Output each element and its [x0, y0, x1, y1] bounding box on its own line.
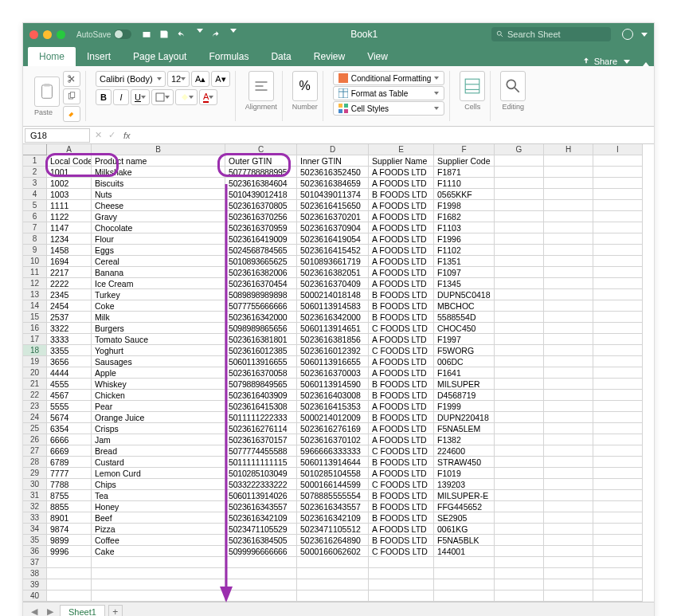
- cell[interactable]: [225, 557, 297, 568]
- cell[interactable]: [544, 423, 593, 434]
- cell[interactable]: [544, 300, 593, 312]
- cell[interactable]: Product name: [92, 155, 225, 167]
- cell[interactable]: [593, 233, 643, 245]
- cell[interactable]: [544, 289, 593, 300]
- cell[interactable]: [593, 289, 643, 300]
- cell[interactable]: 5023616342109: [225, 512, 297, 524]
- cell[interactable]: [593, 579, 643, 590]
- cell[interactable]: 4555: [47, 379, 92, 390]
- cell[interactable]: [495, 434, 544, 445]
- cell[interactable]: [495, 479, 544, 490]
- cell[interactable]: [225, 568, 297, 579]
- row-header[interactable]: 5: [23, 200, 47, 211]
- cell[interactable]: 5023616342109: [297, 512, 369, 524]
- cell[interactable]: 3656: [47, 356, 92, 367]
- paste-button[interactable]: [34, 77, 60, 107]
- cell[interactable]: [544, 512, 593, 524]
- cell[interactable]: 5010439012418: [225, 189, 297, 200]
- cell[interactable]: [544, 546, 593, 557]
- row-header[interactable]: 2: [23, 167, 47, 178]
- cell[interactable]: 5023616276169: [297, 423, 369, 434]
- cell[interactable]: [593, 568, 643, 579]
- cell[interactable]: 5098989865656: [225, 323, 297, 334]
- cell[interactable]: [593, 300, 643, 312]
- minimize-window-button[interactable]: [43, 30, 52, 39]
- cell[interactable]: [495, 579, 544, 590]
- row-header[interactable]: 27: [23, 445, 47, 457]
- cell[interactable]: A FOODS LTD: [369, 434, 434, 445]
- cell[interactable]: 9874: [47, 524, 92, 535]
- font-name-select[interactable]: Calibri (Body): [96, 71, 166, 87]
- cell[interactable]: Burgers: [92, 323, 225, 334]
- cell[interactable]: [434, 557, 495, 568]
- cell[interactable]: 5077755666666: [225, 300, 297, 312]
- row-header[interactable]: 37: [23, 557, 47, 568]
- cell[interactable]: [544, 267, 593, 278]
- cell[interactable]: [495, 512, 544, 524]
- cell[interactable]: 5023616382006: [225, 267, 297, 278]
- cell[interactable]: F1019: [434, 468, 495, 479]
- cell[interactable]: [47, 557, 92, 568]
- row-header[interactable]: 26: [23, 434, 47, 445]
- cell[interactable]: A FOODS LTD: [369, 211, 434, 222]
- cell[interactable]: 5023616370454: [225, 278, 297, 289]
- cell[interactable]: A FOODS LTD: [369, 233, 434, 245]
- cell[interactable]: [544, 200, 593, 211]
- cell[interactable]: MILSUPER: [434, 379, 495, 390]
- cell[interactable]: A FOODS LTD: [369, 524, 434, 535]
- cell[interactable]: [495, 445, 544, 457]
- cell[interactable]: 5023616384659: [297, 178, 369, 189]
- cell[interactable]: [92, 579, 225, 590]
- cell[interactable]: F1871: [434, 167, 495, 178]
- cell[interactable]: 5023616381856: [297, 334, 369, 345]
- cell[interactable]: 5023616342000: [225, 312, 297, 323]
- cell[interactable]: [593, 345, 643, 356]
- accept-formula-icon[interactable]: ✓: [105, 130, 119, 140]
- cell[interactable]: Lemon Curd: [92, 468, 225, 479]
- cell[interactable]: 5023616343557: [225, 501, 297, 512]
- cell[interactable]: C FOODS LTD: [369, 323, 434, 334]
- cell[interactable]: Pizza: [92, 524, 225, 535]
- cell[interactable]: FFG445652: [434, 501, 495, 512]
- cell[interactable]: 2537: [47, 312, 92, 323]
- cell[interactable]: [593, 546, 643, 557]
- cell[interactable]: 5023616370157: [225, 434, 297, 445]
- sheet-tab[interactable]: Sheet1: [60, 605, 105, 616]
- cell[interactable]: [495, 345, 544, 356]
- cell[interactable]: B FOODS LTD: [369, 501, 434, 512]
- cell[interactable]: 5010893661719: [297, 256, 369, 267]
- cell[interactable]: [593, 401, 643, 412]
- cell[interactable]: [544, 557, 593, 568]
- cell[interactable]: Yoghurt: [92, 345, 225, 356]
- cell[interactable]: 1694: [47, 256, 92, 267]
- cell[interactable]: A FOODS LTD: [369, 423, 434, 434]
- cell[interactable]: Beef: [92, 512, 225, 524]
- cell[interactable]: [495, 401, 544, 412]
- cell[interactable]: 5023616419009: [225, 233, 297, 245]
- fill-color-button[interactable]: [175, 89, 198, 105]
- cell[interactable]: Tea: [92, 490, 225, 501]
- cell[interactable]: Crisps: [92, 423, 225, 434]
- cell[interactable]: [225, 590, 297, 602]
- cell[interactable]: Custard: [92, 457, 225, 468]
- decrease-font-button[interactable]: A▾: [211, 71, 229, 87]
- cell[interactable]: Milk: [92, 312, 225, 323]
- cell[interactable]: Outer GTIN: [225, 155, 297, 167]
- tab-formulas[interactable]: Formulas: [198, 47, 260, 66]
- cell[interactable]: F1997: [434, 334, 495, 345]
- cell[interactable]: [495, 546, 544, 557]
- cell[interactable]: C FOODS LTD: [369, 546, 434, 557]
- cells-button[interactable]: [460, 71, 485, 101]
- cell[interactable]: [434, 579, 495, 590]
- cell[interactable]: 1003: [47, 189, 92, 200]
- row-header[interactable]: 8: [23, 233, 47, 245]
- cell[interactable]: [495, 189, 544, 200]
- cell[interactable]: 5023616264890: [297, 535, 369, 546]
- cell[interactable]: [593, 356, 643, 367]
- cell[interactable]: 5966666333333: [297, 445, 369, 457]
- cell[interactable]: [593, 445, 643, 457]
- cell[interactable]: 2345: [47, 289, 92, 300]
- cell[interactable]: A FOODS LTD: [369, 267, 434, 278]
- cell[interactable]: F1097: [434, 267, 495, 278]
- cell[interactable]: [593, 468, 643, 479]
